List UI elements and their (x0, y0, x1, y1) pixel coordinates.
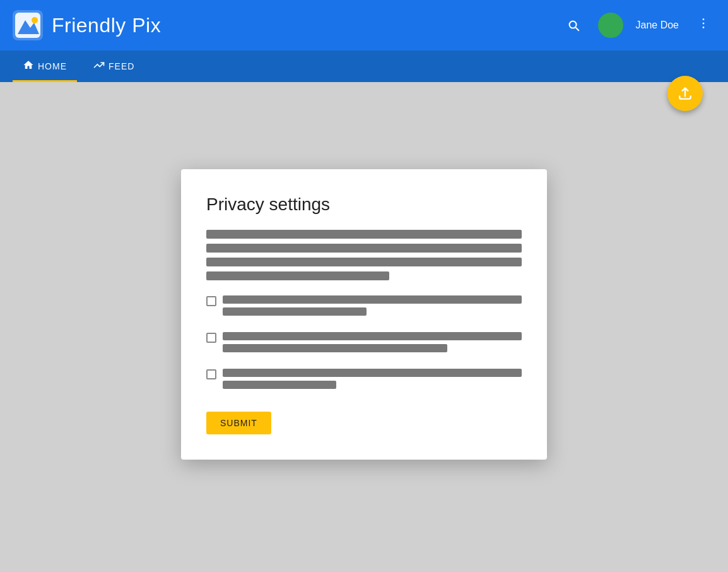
app-title: Friendly Pix (52, 14, 161, 37)
header: Friendly Pix Jane Doe (0, 0, 728, 51)
svg-point-4 (703, 18, 705, 20)
svg-point-3 (32, 17, 38, 23)
checkbox-row-2 (206, 332, 522, 356)
checkbox-1[interactable] (206, 296, 216, 306)
more-options-icon[interactable] (691, 11, 715, 39)
checkbox-group-3 (206, 369, 522, 393)
desc-line-1 (206, 230, 522, 239)
header-right: Jane Doe (561, 11, 716, 39)
cb2-line-2 (223, 344, 447, 352)
privacy-dialog: Privacy settings (181, 169, 547, 460)
checkbox-group-2 (206, 332, 522, 356)
checkbox-1-text (223, 295, 522, 319)
main-content: Privacy settings (0, 82, 728, 572)
checkbox-3-text (223, 369, 522, 393)
cb2-line-1 (223, 332, 522, 340)
header-left: Friendly Pix (13, 10, 161, 40)
checkbox-2[interactable] (206, 333, 216, 343)
navbar: HOME FEED (0, 51, 728, 82)
nav-home[interactable]: HOME (13, 51, 77, 82)
upload-fab[interactable] (667, 76, 703, 111)
checkbox-row-3 (206, 369, 522, 393)
checkbox-group-1 (206, 295, 522, 319)
checkbox-3[interactable] (206, 369, 216, 379)
user-name: Jane Doe (636, 20, 679, 31)
feed-icon (93, 59, 105, 74)
submit-button[interactable]: SUBMIT (206, 412, 271, 434)
feed-label: FEED (109, 61, 134, 71)
cb3-line-2 (223, 381, 336, 389)
nav-feed[interactable]: FEED (83, 51, 144, 82)
home-icon (23, 59, 34, 74)
desc-line-4 (206, 271, 389, 280)
checkbox-2-text (223, 332, 522, 356)
cb1-line-1 (223, 295, 522, 304)
checkbox-row-1 (206, 295, 522, 319)
svg-point-5 (703, 23, 705, 25)
description-block (206, 230, 522, 280)
avatar[interactable] (598, 13, 623, 38)
desc-line-2 (206, 244, 522, 253)
svg-point-6 (703, 27, 705, 28)
cb3-line-1 (223, 369, 522, 377)
cb1-line-2 (223, 307, 367, 316)
dialog-title: Privacy settings (206, 194, 522, 215)
home-label: HOME (38, 61, 67, 71)
desc-line-3 (206, 258, 522, 266)
search-icon[interactable] (561, 13, 585, 37)
logo-icon (13, 10, 43, 40)
